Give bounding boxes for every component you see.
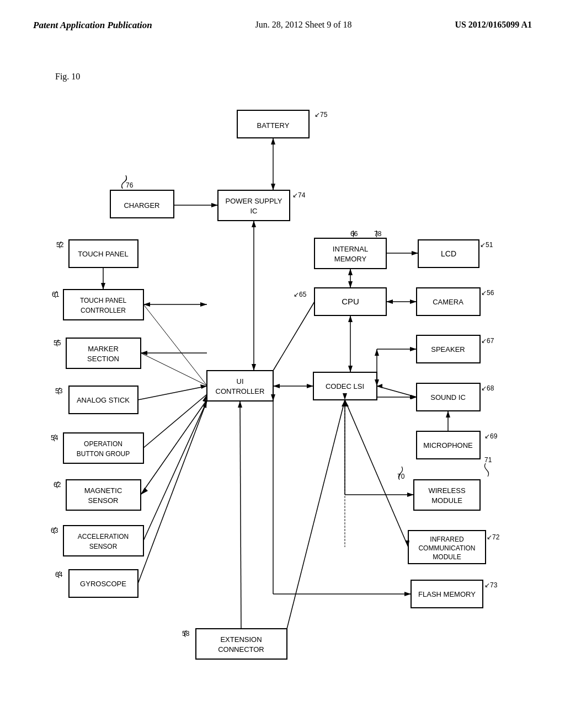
svg-text:GYROSCOPE: GYROSCOPE [80,580,126,588]
svg-text:SENSOR: SENSOR [88,496,119,505]
svg-rect-41 [66,480,141,510]
svg-text:↙69: ↙69 [484,432,498,440]
svg-marker-105 [386,299,393,304]
svg-text:BATTERY: BATTERY [257,121,290,130]
svg-marker-94 [348,281,353,288]
svg-line-130 [141,353,207,386]
svg-rect-6 [218,190,290,221]
svg-text:↙51: ↙51 [480,241,493,249]
svg-text:↙67: ↙67 [481,337,494,345]
svg-marker-101 [307,384,313,388]
svg-line-140 [143,401,207,540]
svg-marker-98 [348,366,353,372]
svg-text:↙68: ↙68 [481,384,494,392]
svg-marker-100 [273,384,280,388]
svg-marker-153 [344,400,349,406]
svg-marker-85 [271,138,275,144]
svg-marker-93 [348,269,353,275]
svg-text:SECTION: SECTION [87,355,119,363]
svg-text:ACCELERATION: ACCELERATION [78,533,129,540]
svg-line-148 [377,386,417,397]
svg-line-133 [138,386,207,400]
svg-line-95 [273,302,315,371]
svg-text:INTERNAL: INTERNAL [333,245,368,253]
svg-text:SENSOR: SENSOR [89,543,118,550]
svg-text:CPU: CPU [342,297,359,306]
svg-text:ANALOG STICK: ANALOG STICK [77,396,130,404]
svg-marker-147 [446,411,450,417]
svg-rect-18 [207,371,273,401]
svg-text:WIRELESS: WIRELESS [428,486,466,495]
svg-text:MARKER: MARKER [88,345,119,353]
svg-line-126 [143,304,207,386]
svg-line-141 [138,401,207,584]
svg-rect-30 [66,338,141,368]
page-header: Patent Application Publication Jun. 28, … [0,0,565,31]
svg-marker-143 [238,401,242,408]
svg-text:INFRARED: INFRARED [430,536,464,543]
svg-text:CONTROLLER: CONTROLLER [81,307,126,314]
svg-text:CONNECTOR: CONNECTOR [218,645,264,654]
svg-text:BUTTON GROUP: BUTTON GROUP [77,450,130,458]
svg-text:CODEC LSI: CODEC LSI [326,382,364,390]
svg-rect-80 [196,629,287,659]
svg-marker-97 [348,315,353,322]
svg-rect-37 [63,433,143,463]
svg-marker-122 [404,592,411,596]
svg-line-137 [141,400,207,495]
svg-text:TOUCH PANEL: TOUCH PANEL [78,250,128,258]
svg-text:↙65: ↙65 [294,291,307,298]
svg-text:↙72: ↙72 [487,533,500,541]
svg-text:76: 76 [126,181,134,189]
svg-text:EXTENSION: EXTENSION [220,635,262,644]
svg-marker-88 [211,203,218,207]
diagram-container: BATTERY ↙75 CHARGER 76 POWER SUPPLY IC ↙… [33,94,530,700]
svg-marker-129 [200,302,207,307]
svg-text:78: 78 [374,230,382,238]
svg-text:CHARGER: CHARGER [124,201,159,210]
svg-rect-26 [63,290,143,320]
svg-marker-149 [411,395,417,399]
svg-marker-86 [271,184,275,190]
diagram-svg: BATTERY ↙75 CHARGER 76 POWER SUPPLY IC ↙… [33,94,530,700]
svg-marker-110 [410,347,417,351]
svg-marker-150 [377,384,382,388]
svg-marker-91 [252,364,256,371]
svg-text:↙73: ↙73 [484,581,498,589]
svg-text:OPERATION: OPERATION [84,440,122,448]
svg-text:71: 71 [484,456,492,464]
svg-text:POWER SUPPLY: POWER SUPPLY [225,197,282,205]
svg-text:CAMERA: CAMERA [433,298,463,306]
header-right: US 2012/0165099 A1 [455,20,532,30]
svg-text:SPEAKER: SPEAKER [431,345,465,354]
svg-marker-108 [375,349,379,356]
svg-rect-45 [63,526,143,556]
svg-rect-68 [414,480,480,510]
svg-text:CONTROLLER: CONTROLLER [216,387,265,395]
svg-text:SOUND IC: SOUND IC [430,393,466,402]
svg-text:↙75: ↙75 [315,111,328,119]
svg-text:MODULE: MODULE [431,496,462,505]
svg-text:↙74: ↙74 [292,191,306,199]
header-left: Patent Application Publication [33,20,152,31]
svg-text:IC: IC [250,207,258,215]
svg-marker-90 [252,221,256,227]
svg-text:MEMORY: MEMORY [334,255,367,263]
header-center: Jun. 28, 2012 Sheet 9 of 18 [255,20,351,30]
svg-marker-138 [141,488,148,495]
svg-marker-103 [412,251,418,255]
svg-marker-106 [410,299,417,304]
svg-text:TOUCH PANEL: TOUCH PANEL [80,297,127,304]
svg-text:↙56: ↙56 [481,289,494,297]
svg-text:UI: UI [237,377,244,386]
svg-marker-118 [407,493,414,497]
svg-marker-125 [101,283,105,290]
svg-rect-10 [315,238,386,269]
svg-text:MICROPHONE: MICROPHONE [423,441,473,449]
figure-label: Fig. 10 [55,72,80,82]
svg-text:FLASH MEMORY: FLASH MEMORY [418,590,476,598]
svg-line-142 [240,401,241,629]
svg-text:MODULE: MODULE [433,553,461,561]
svg-text:COMMUNICATION: COMMUNICATION [418,544,475,552]
svg-text:MAGNETIC: MAGNETIC [84,486,122,495]
